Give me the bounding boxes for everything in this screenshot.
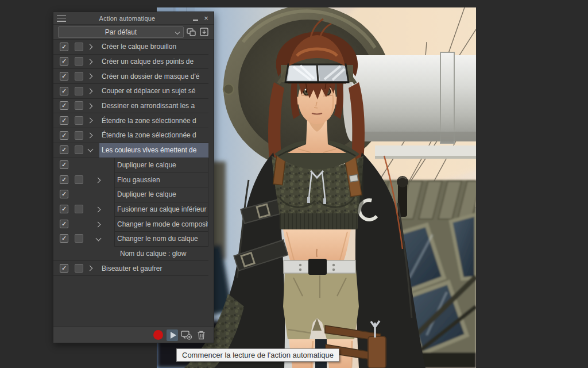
enable-checkbox[interactable]: ✓ <box>60 72 68 80</box>
import-button[interactable] <box>199 27 209 37</box>
dialog-setting-checkbox[interactable] <box>75 87 83 95</box>
enable-checkbox[interactable]: ✓ <box>60 131 68 140</box>
tooltip: Commencer la lecture de l'action automat… <box>176 348 339 362</box>
delete-button[interactable] <box>195 329 207 341</box>
expand-button[interactable] <box>86 113 95 128</box>
chevron-down-icon <box>95 235 101 241</box>
enable-checkbox[interactable]: ✓ <box>60 101 68 110</box>
expand-button[interactable] <box>94 202 103 217</box>
action-label[interactable]: Créer un calque des points de <box>99 55 208 69</box>
enable-checkbox[interactable]: ✓ <box>60 57 68 66</box>
action-set-row: Par défaut <box>53 25 214 40</box>
chevron-right-icon <box>87 88 92 94</box>
action-row[interactable]: ✓Dupliquer le calque <box>53 187 208 202</box>
action-label[interactable]: Nom du calque : glow <box>118 247 208 261</box>
dialog-setting-checkbox[interactable] <box>75 145 83 154</box>
hamburger-icon[interactable] <box>57 15 66 22</box>
action-label[interactable]: Créer le calque brouillon <box>99 40 208 54</box>
action-row[interactable]: ✓Créer un calque des points de <box>53 55 208 70</box>
dialog-setting-checkbox[interactable] <box>75 116 83 125</box>
dialog-setting-checkbox[interactable] <box>75 43 83 51</box>
action-row[interactable]: ✓Biseauter et gaufrer <box>53 261 208 276</box>
dialog-setting-checkbox[interactable] <box>75 57 83 66</box>
action-label[interactable]: Fusionner au calque inférieur <box>114 202 208 217</box>
minimize-icon <box>193 20 198 21</box>
action-row[interactable]: ✓Couper et déplacer un sujet sé <box>53 84 208 99</box>
enable-checkbox[interactable]: ✓ <box>60 87 68 95</box>
play-triangle-icon <box>171 332 176 339</box>
dialog-setting-checkbox[interactable] <box>75 205 83 213</box>
expand-button[interactable] <box>94 217 103 232</box>
action-label[interactable]: Les couleurs vives émettent de <box>99 143 208 158</box>
expand-button[interactable] <box>86 261 95 275</box>
enable-checkbox[interactable]: ✓ <box>60 116 68 125</box>
action-label[interactable]: Flou gaussien <box>114 172 208 187</box>
expand-button[interactable] <box>86 84 95 98</box>
chevron-right-icon <box>87 44 92 49</box>
chevron-down-icon <box>87 147 93 152</box>
expand-button[interactable] <box>86 99 95 113</box>
action-label[interactable]: Changer le nom du calque <box>114 232 208 247</box>
action-label[interactable]: Créer un dossier de masque d'é <box>99 69 208 83</box>
action-row[interactable]: ✓Changer le nom du calque <box>53 232 208 247</box>
close-button[interactable]: × <box>202 14 210 22</box>
chevron-right-icon <box>87 118 92 124</box>
play-button[interactable] <box>167 329 178 341</box>
enable-checkbox[interactable]: ✓ <box>60 205 68 213</box>
expand-button[interactable] <box>86 128 95 143</box>
action-list: ✓Créer le calque brouillon✓Créer un calq… <box>53 40 214 327</box>
action-row[interactable]: ✓Créer le calque brouillon <box>53 40 208 55</box>
expand-button[interactable] <box>86 69 95 83</box>
enable-checkbox[interactable]: ✓ <box>60 175 68 184</box>
collapse-button[interactable] <box>94 232 103 247</box>
minimize-button[interactable] <box>191 14 199 22</box>
add-auto-action-button[interactable] <box>181 329 192 341</box>
action-row[interactable]: ✓Dessiner en arrondissant les a <box>53 99 208 114</box>
action-row[interactable]: ✓Créer un dossier de masque d'é <box>53 69 208 84</box>
panel-title: Action automatique <box>66 15 188 22</box>
action-label[interactable]: Dessiner en arrondissant les a <box>99 99 208 113</box>
action-label[interactable]: Changer le mode de composition <box>114 217 208 232</box>
action-row[interactable]: ✓Flou gaussien <box>53 172 208 187</box>
enable-checkbox[interactable]: ✓ <box>60 234 68 243</box>
chevron-right-icon <box>87 266 92 271</box>
action-row[interactable]: ✓Les couleurs vives émettent de <box>53 143 208 158</box>
dialog-setting-checkbox[interactable] <box>75 131 83 140</box>
add-auto-action-icon <box>181 330 192 340</box>
action-label[interactable]: Biseauter et gaufrer <box>99 261 208 275</box>
action-set-select[interactable]: Par défaut <box>58 26 184 38</box>
action-label[interactable]: Dupliquer le calque <box>114 158 208 173</box>
dialog-setting-checkbox[interactable] <box>75 234 83 243</box>
record-circle-icon <box>153 330 163 340</box>
action-label[interactable]: Étendre la zone sélectionnée d <box>99 128 208 143</box>
expand-button[interactable] <box>86 55 95 69</box>
enable-checkbox[interactable]: ✓ <box>60 190 68 198</box>
record-button[interactable] <box>152 329 164 341</box>
trash-icon <box>197 330 206 340</box>
collapse-button[interactable] <box>86 143 95 158</box>
action-row[interactable]: ✓Dupliquer le calque <box>53 158 208 173</box>
action-label[interactable]: Couper et déplacer un sujet sé <box>99 84 208 98</box>
enable-checkbox[interactable]: ✓ <box>60 43 68 51</box>
stacked-panels-icon <box>187 28 196 36</box>
enable-checkbox[interactable]: ✓ <box>60 264 68 273</box>
action-label[interactable]: Étendre la zone sélectionnée d <box>99 113 208 128</box>
dialog-setting-checkbox[interactable] <box>75 72 83 80</box>
dialog-setting-checkbox[interactable] <box>75 101 83 110</box>
dialog-setting-checkbox[interactable] <box>75 175 83 184</box>
enable-checkbox[interactable]: ✓ <box>60 160 68 169</box>
action-row[interactable]: ✓Fusionner au calque inférieur <box>53 202 208 217</box>
action-row[interactable]: Nom du calque : glow <box>53 247 208 262</box>
enable-checkbox[interactable]: ✓ <box>60 220 68 228</box>
auto-action-panel: Action automatique × Par défaut ✓Créer l… <box>53 12 214 343</box>
enable-checkbox[interactable]: ✓ <box>60 145 68 154</box>
expand-button[interactable] <box>94 172 103 187</box>
action-label[interactable]: Dupliquer le calque <box>114 187 208 202</box>
expand-button[interactable] <box>86 40 95 54</box>
action-row[interactable]: ✓Changer le mode de composition <box>53 217 208 232</box>
chevron-right-icon <box>95 221 100 227</box>
new-set-button[interactable] <box>186 27 196 37</box>
action-row[interactable]: ✓Étendre la zone sélectionnée d <box>53 128 208 143</box>
action-row[interactable]: ✓Étendre la zone sélectionnée d <box>53 113 208 128</box>
dialog-setting-checkbox[interactable] <box>75 264 83 273</box>
